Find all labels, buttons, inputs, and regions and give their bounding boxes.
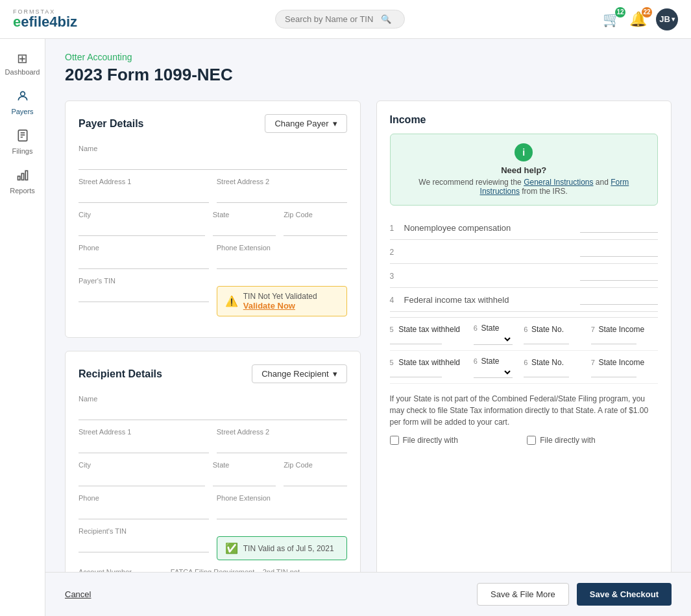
svg-rect-5: [18, 176, 19, 180]
recipient-street1-input[interactable]: [79, 438, 209, 453]
sidebar-label-filings: Filings: [12, 147, 33, 155]
payer-street1-input[interactable]: [79, 187, 209, 203]
notification-icon[interactable]: 🔔 22: [629, 11, 647, 28]
payer-state-field: State: [213, 211, 276, 236]
svg-rect-6: [21, 174, 23, 180]
recipient-zip-input[interactable]: [284, 471, 346, 486]
logo-text: eefile4biz: [13, 15, 77, 29]
recipient-zip-field: Zip Code: [284, 461, 346, 486]
check-icon: ✅: [225, 542, 238, 554]
payer-zip-input[interactable]: [284, 220, 346, 236]
payer-zip-field: Zip Code: [284, 211, 346, 236]
direct-file-item-2: File directly with: [527, 434, 658, 446]
recipient-state-input[interactable]: [213, 471, 276, 486]
state-select-1[interactable]: ALAKAZARCA COCTDEFLGA: [474, 334, 513, 345]
income-field-3: 3: [390, 264, 659, 288]
info-icon: i: [515, 143, 533, 161]
sidebar-item-payers[interactable]: Payers: [0, 84, 45, 121]
tin-warning-box: ⚠️ TIN Not Yet Validated Validate Now: [217, 286, 347, 316]
income-section: Income i Need help? We recommend reviewi…: [376, 101, 672, 572]
search-icon: 🔍: [381, 14, 391, 24]
state-no-1-input[interactable]: [524, 334, 569, 344]
state-no-2-input[interactable]: [524, 367, 569, 377]
payer-section-title: Payer Details: [79, 118, 144, 130]
direct-file-label-1: File directly with: [403, 434, 458, 446]
recipient-details-section: Recipient Details Change Recipient ▾ Nam…: [65, 351, 361, 572]
recipient-street2-input[interactable]: [217, 438, 347, 453]
recipient-name-field: Name: [79, 395, 347, 420]
chevron-down-icon: ▾: [333, 369, 337, 379]
income-input-4[interactable]: [580, 294, 658, 305]
income-input-1[interactable]: [580, 222, 658, 233]
payer-phone-field: Phone: [79, 244, 209, 269]
income-input-3[interactable]: [580, 270, 658, 281]
state-tax-withheld-1-input[interactable]: [390, 334, 442, 344]
cart-icon[interactable]: 🛒 12: [603, 11, 620, 28]
change-payer-button[interactable]: Change Payer ▾: [265, 114, 346, 133]
recipient-phone-ext-field: Phone Extension: [217, 494, 347, 519]
recipient-phone-ext-input[interactable]: [217, 504, 347, 519]
cancel-link[interactable]: Cancel: [65, 589, 91, 599]
recipient-tin-input[interactable]: [79, 537, 209, 552]
payer-name-input[interactable]: [79, 154, 347, 170]
direct-file-label-2: File directly with: [540, 434, 595, 446]
recipient-name-input[interactable]: [79, 405, 347, 420]
payer-state-input[interactable]: [213, 220, 276, 236]
payer-tin-field: Payer's TIN: [79, 277, 209, 302]
direct-file-note: If your State is not part of the Combine…: [390, 393, 659, 428]
search-input[interactable]: [285, 14, 376, 24]
chevron-down-icon: ▾: [333, 119, 337, 128]
sidebar-item-filings[interactable]: Filings: [0, 124, 45, 160]
payer-street2-field: Street Address 2: [217, 178, 347, 203]
tin-valid-box: ✅ TIN Valid as of Jul 5, 2021: [217, 536, 347, 560]
recipient-phone-input[interactable]: [79, 504, 209, 519]
sidebar: ⊞ Dashboard Payers Filings Reports: [0, 39, 45, 616]
filings-icon: [16, 129, 29, 145]
recipient-city-input[interactable]: [79, 471, 205, 486]
payer-name-field: Name: [79, 145, 347, 170]
recipient-street1-field: Street Address 1: [79, 428, 209, 453]
recipient-section-title: Recipient Details: [79, 368, 162, 380]
payer-street2-input[interactable]: [217, 187, 347, 203]
search-bar[interactable]: 🔍: [275, 10, 405, 29]
change-recipient-button[interactable]: Change Recipient ▾: [252, 364, 346, 383]
state-income-1-input[interactable]: [591, 334, 636, 344]
payer-street1-field: Street Address 1: [79, 178, 209, 203]
income-field-1: 1 Nonemployee compensation: [390, 216, 659, 240]
payer-city-input[interactable]: [79, 220, 205, 236]
payer-phone-input[interactable]: [79, 254, 209, 269]
payer-tin-input[interactable]: [79, 287, 209, 302]
notification-badge: 22: [642, 7, 652, 18]
direct-file-checkbox-1[interactable]: [390, 436, 399, 445]
svg-rect-7: [25, 171, 27, 180]
general-instructions-link[interactable]: General Instructions: [524, 178, 593, 187]
direct-file-checkbox-2[interactable]: [527, 436, 536, 445]
dashboard-icon: ⊞: [17, 51, 28, 66]
help-box: i Need help? We recommend reviewing the …: [390, 134, 659, 206]
save-file-more-button[interactable]: Save & File More: [477, 583, 569, 606]
sidebar-item-dashboard[interactable]: ⊞ Dashboard: [0, 45, 45, 81]
state-tax-row-1: 5 State tax withheld 6 State ALAK: [390, 318, 659, 351]
user-avatar[interactable]: JB ▾: [656, 8, 678, 30]
payer-phone-ext-field: Phone Extension: [217, 244, 347, 269]
payer-details-section: Payer Details Change Payer ▾ Name: [65, 101, 361, 338]
income-field-4: 4 Federal income tax withheld: [390, 288, 659, 312]
header-icons: 🛒 12 🔔 22 JB ▾: [603, 8, 678, 30]
state-tax-withheld-2-input[interactable]: [390, 367, 442, 377]
recipient-street2-field: Street Address 2: [217, 428, 347, 453]
sidebar-item-reports[interactable]: Reports: [0, 163, 45, 200]
income-field-2: 2: [390, 240, 659, 264]
state-select-2[interactable]: ALAKAZ: [474, 367, 513, 378]
validate-now-link[interactable]: Validate Now: [243, 301, 317, 311]
payer-phone-ext-input[interactable]: [217, 254, 347, 269]
save-checkout-button[interactable]: Save & Checkout: [577, 583, 672, 606]
cart-badge: 12: [615, 7, 625, 18]
page-footer: Cancel Save & File More Save & Checkout: [45, 572, 691, 616]
recipient-phone-field: Phone: [79, 494, 209, 519]
warning-icon: ⚠️: [225, 295, 238, 307]
payer-city-field: City: [79, 211, 205, 236]
recipient-tin-field: Recipient's TIN: [79, 527, 209, 552]
tin-valid-text: TIN Valid as of Jul 5, 2021: [243, 544, 334, 553]
income-input-2[interactable]: [580, 246, 658, 257]
state-income-2-input[interactable]: [591, 367, 636, 377]
